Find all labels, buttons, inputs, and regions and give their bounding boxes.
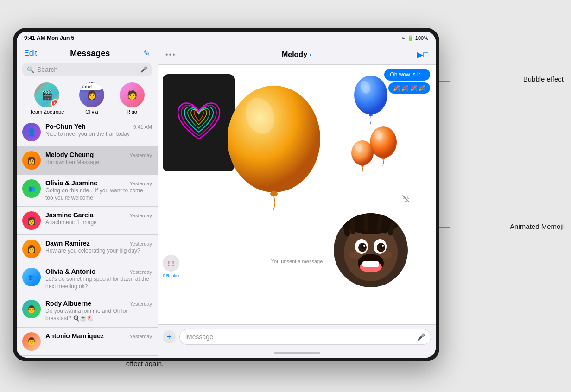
convo-header-antonio: Antonio Manriquez Yesterday <box>45 332 152 340</box>
avatar-oliviaantonio: 👥 <box>22 268 41 286</box>
pinned-team-zoetrope[interactable]: 🎬 6 Team Zoetrope <box>30 82 64 114</box>
svg-point-13 <box>382 158 385 160</box>
convo-preview-melody: Handwritten Message <box>45 159 152 166</box>
status-right: ≈ 🔋 100% <box>402 35 428 41</box>
add-attachment-button[interactable]: + <box>163 330 176 343</box>
pinned-name-rigo: Rigo <box>127 109 137 114</box>
sidebar-header: Edit Messages ✎ <box>17 44 158 60</box>
messages-title: Messages <box>70 49 110 58</box>
convo-content-oliviaantonio: Olivia & Antonio Yesterday Let's do some… <box>45 268 152 290</box>
svg-point-16 <box>361 165 364 167</box>
convo-name-dawn: Dawn Ramirez <box>45 240 90 247</box>
main-content: Edit Messages ✎ 🔍 Search 🎤 <box>17 44 436 358</box>
convo-olivia-antonio[interactable]: 👥 Olivia & Antonio Yesterday Let's do so… <box>17 263 158 295</box>
convo-name-pochun: Po-Chun Yeh <box>45 123 86 130</box>
replay-button[interactable]: !!! <box>163 255 179 272</box>
svg-point-5 <box>228 86 320 192</box>
pinned-olivia[interactable]: 👩 🌟🙃 What a lovelyday, sunshine! Olivia <box>79 82 104 114</box>
message-area: Oh wow is it... 🎉 🎉 🎉 🎉 You unsent a me <box>158 65 436 324</box>
convo-time-rody: Yesterday <box>129 301 152 307</box>
edit-button[interactable]: Edit <box>24 49 37 57</box>
ipad-frame: 9:41 AM Mon Jun 5 ≈ 🔋 100% Edit Messages… <box>13 28 439 361</box>
avatar-dawn: 👩 <box>22 240 41 258</box>
unread-badge-team: 6 <box>51 99 59 107</box>
convo-antonio-manriquez[interactable]: 👨 Antonio Manriquez Yesterday <box>17 328 158 356</box>
convo-time-pochun: 9:41 AM <box>133 124 152 130</box>
avatar-rody: 👨 <box>22 300 41 318</box>
convo-time-oliviajasmine: Yesterday <box>129 181 152 186</box>
convo-name-rody: Rody Albuerne <box>45 300 91 307</box>
convo-olivia-jasmine[interactable]: 👥 Olivia & Jasmine Yesterday Going on th… <box>17 175 158 207</box>
svg-rect-38 <box>362 261 379 267</box>
video-call-button[interactable]: ▶□ <box>417 50 428 60</box>
convo-melody-cheung[interactable]: 👩 Melody Cheung Yesterday Handwritten Me… <box>17 146 158 175</box>
battery-icon: 🔋 100% <box>407 35 428 41</box>
contact-name-header[interactable]: Melody › <box>282 51 311 59</box>
blue-balloon <box>352 74 389 125</box>
search-icon: 🔍 <box>27 66 34 73</box>
convo-header-rody: Rody Albuerne Yesterday <box>45 300 152 307</box>
avatar-antonio: 👨 <box>22 332 41 351</box>
home-bar <box>274 352 320 354</box>
replay-label: 0 Replay <box>163 273 179 278</box>
convo-time-jasmine: Yesterday <box>129 213 152 218</box>
svg-point-10 <box>369 114 373 116</box>
animated-memoji-annotation: Animated Memoji <box>510 221 564 231</box>
contact-chevron-icon: › <box>309 51 311 58</box>
convo-header-jasmine: Jasmine Garcia Yesterday <box>45 211 152 219</box>
convo-name-melody: Melody Cheung <box>45 151 94 158</box>
imessage-input-field[interactable]: iMessage 🎤 <box>179 329 431 345</box>
convo-preview-dawn: How are you celebrating your big day? <box>45 247 152 255</box>
svg-point-32 <box>361 244 366 249</box>
svg-rect-23 <box>363 213 368 232</box>
avatar-melody: 👩 <box>22 151 41 170</box>
search-bar[interactable]: 🔍 Search 🎤 <box>22 63 152 76</box>
svg-point-35 <box>382 245 384 247</box>
convo-jasmine-garcia[interactable]: 👩 Jasmine Garcia Yesterday Attachment: 1… <box>17 207 158 235</box>
svg-point-7 <box>270 191 278 196</box>
convo-name-antonio: Antonio Manriquez <box>45 332 104 340</box>
unsent-message-label: You unsent a message <box>271 259 323 264</box>
pinned-contacts-row: 🎬 6 Team Zoetrope 👩 🌟 <box>17 79 158 118</box>
convo-time-antonio: Yesterday <box>129 334 152 339</box>
bubble-received-1: Oh wow is it... <box>384 69 430 81</box>
svg-point-33 <box>380 244 384 249</box>
status-time: 9:41 AM Mon Jun 5 <box>24 35 74 41</box>
wifi-icon: ≈ <box>402 35 405 41</box>
convo-preview-rody: Do you wanna join me and Oli for breakfa… <box>45 308 152 322</box>
ipad-screen: 9:41 AM Mon Jun 5 ≈ 🔋 100% Edit Messages… <box>17 32 436 358</box>
status-bar: 9:41 AM Mon Jun 5 ≈ 🔋 100% <box>17 32 436 44</box>
convo-header-dawn: Dawn Ramirez Yesterday <box>45 240 152 247</box>
convo-pochun-yeh[interactable]: 👤 Po-Chun Yeh 9:41 AM Nice to meet you o… <box>17 118 158 146</box>
pinned-avatar-olivia: 👩 🌟🙃 What a lovelyday, sunshine! <box>79 82 104 107</box>
convo-name-oliviajasmine: Olivia & Jasmine <box>45 179 97 187</box>
svg-point-40 <box>381 251 392 259</box>
drag-dots: ••• <box>165 51 176 59</box>
svg-point-34 <box>363 245 365 247</box>
rigo-avatar-image: 🧑 <box>120 82 145 107</box>
convo-header-oliviajasmine: Olivia & Jasmine Yesterday <box>45 179 152 187</box>
svg-point-8 <box>354 76 387 114</box>
convo-content-jasmine: Jasmine Garcia Yesterday Attachment: 1 I… <box>45 211 152 227</box>
microphone-input-icon[interactable]: 🎤 <box>417 333 425 341</box>
convo-time-melody: Yesterday <box>129 152 152 158</box>
convo-preview-oliviajasmine: Going on this ride... if you want to com… <box>45 187 152 202</box>
animated-memoji <box>334 213 408 287</box>
pinned-rigo[interactable]: 🧑 Rigo <box>120 82 145 114</box>
convo-dawn-ramirez[interactable]: 👩 Dawn Ramirez Yesterday How are you cel… <box>17 235 158 263</box>
convo-content-rody: Rody Albuerne Yesterday Do you wanna joi… <box>45 300 152 322</box>
search-input[interactable]: Search <box>37 66 138 73</box>
convo-preview-pochun: Nice to meet you on the trail today <box>45 131 152 138</box>
pinned-name-team: Team Zoetrope <box>30 109 64 114</box>
compose-button[interactable]: ✎ <box>143 48 150 58</box>
convo-content-antonio: Antonio Manriquez Yesterday <box>45 332 152 340</box>
convo-rody-albuerne[interactable]: 👨 Rody Albuerne Yesterday Do you wanna j… <box>17 295 158 327</box>
replay-area: !!! 0 Replay <box>163 255 179 278</box>
microphone-icon[interactable]: 🎤 <box>140 66 147 73</box>
convo-content-oliviajasmine: Olivia & Jasmine Yesterday Going on this… <box>45 179 152 202</box>
convo-header-pochun: Po-Chun Yeh 9:41 AM <box>45 123 152 130</box>
message-input-bar: + iMessage 🎤 <box>158 324 436 348</box>
conversation-nav-bar: ••• Melody › ▶□ <box>158 44 436 65</box>
pinned-name-olivia: Olivia <box>85 109 98 114</box>
avatar-pochun: 👤 <box>22 123 41 141</box>
